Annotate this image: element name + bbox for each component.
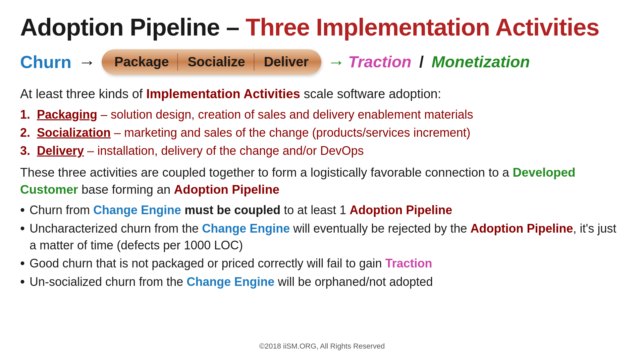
title-part2: Three Implementation Activities <box>246 14 599 41</box>
packaging-desc: – solution design, creation of sales and… <box>97 108 473 121</box>
monetization-word: Monetization <box>432 53 530 71</box>
bullet-3-text: Good churn that is not packaged or price… <box>30 255 432 272</box>
bullet-dot-1: • <box>20 202 25 218</box>
traction-word: Traction <box>348 53 411 71</box>
bullet-dot-3: • <box>20 255 25 271</box>
traction-slash: / <box>415 53 428 71</box>
slide: Adoption Pipeline – Three Implementation… <box>0 0 644 362</box>
change-engine-4: Change Engine <box>186 275 274 289</box>
num-1: 1. <box>20 106 34 123</box>
churn-label: Churn→ <box>20 52 96 72</box>
bullet-4-text: Un-socialized churn from the Change Engi… <box>30 274 433 290</box>
change-engine-2: Change Engine <box>202 222 290 235</box>
bullet-2-text: Uncharacterized churn from the Change En… <box>30 220 624 254</box>
churn-text: Churn <box>20 52 71 72</box>
item-1-content: Packaging – solution design, creation of… <box>37 106 473 123</box>
intro-before: At least three kinds of <box>20 87 146 101</box>
packaging-key: Packaging <box>37 108 97 121</box>
footer-text: ©2018 iiSM.ORG, All Rights Reserved <box>259 342 385 350</box>
bullet-item-3: • Good churn that is not packaged or pri… <box>20 255 624 272</box>
footer: ©2018 iiSM.ORG, All Rights Reserved <box>20 339 624 352</box>
pipeline-capsule: Package Socialize Deliver <box>102 49 321 75</box>
bullet-1-text: Churn from Change Engine must be coupled… <box>30 202 452 219</box>
adoption-pipeline-2: Adoption Pipeline <box>471 222 573 235</box>
item-2-content: Socialization – marketing and sales of t… <box>37 124 471 141</box>
num-3: 3. <box>20 142 34 160</box>
item-3-content: Delivery – installation, delivery of the… <box>37 142 364 160</box>
bullet-dot-4: • <box>20 274 25 290</box>
intro-highlight: Implementation Activities <box>146 87 300 101</box>
adoption-pipeline-1: Adoption Pipeline <box>350 203 452 217</box>
para-text2: base forming an <box>78 183 174 196</box>
capsule-socialize: Socialize <box>178 49 254 75</box>
bullet-item-1: • Churn from Change Engine must be coupl… <box>20 202 624 219</box>
connection-paragraph: These three activities are coupled toget… <box>20 164 624 199</box>
traction-label: → Traction / Monetization <box>327 52 530 72</box>
capsule-wrapper: Package Socialize Deliver <box>102 49 321 75</box>
numbered-list: 1. Packaging – solution design, creation… <box>20 106 624 161</box>
list-item: 3. Delivery – installation, delivery of … <box>20 142 624 160</box>
list-item: 2. Socialization – marketing and sales o… <box>20 124 624 141</box>
title-part1: Adoption Pipeline – <box>20 14 246 41</box>
delivery-key: Delivery <box>37 144 84 158</box>
capsule-deliver: Deliver <box>255 49 318 75</box>
churn-arrow: → <box>78 52 96 72</box>
socialization-key: Socialization <box>37 126 111 139</box>
para-text1: These three activities are coupled toget… <box>20 166 513 179</box>
bullet-list: • Churn from Change Engine must be coupl… <box>20 202 624 290</box>
list-item: 1. Packaging – solution design, creation… <box>20 106 624 123</box>
pipeline-row: Churn→ Package Socialize Deliver → Tract… <box>20 49 624 75</box>
bullet-dot-2: • <box>20 220 25 236</box>
delivery-desc: – installation, delivery of the change a… <box>84 144 364 158</box>
socialization-desc: – marketing and sales of the change (pro… <box>111 126 471 139</box>
traction-3: Traction <box>385 256 432 270</box>
slide-title: Adoption Pipeline – Three Implementation… <box>20 13 624 41</box>
change-engine-1: Change Engine <box>93 203 181 217</box>
adoption-pipeline-para: Adoption Pipeline <box>174 183 279 196</box>
bullet-item-4: • Un-socialized churn from the Change En… <box>20 274 624 290</box>
traction-arrow: → <box>327 52 345 72</box>
capsule-package: Package <box>105 49 178 75</box>
content-area: At least three kinds of Implementation A… <box>20 85 624 339</box>
intro-paragraph: At least three kinds of Implementation A… <box>20 85 624 103</box>
intro-after: scale software adoption: <box>300 87 441 101</box>
num-2: 2. <box>20 124 34 141</box>
bullet-item-2: • Uncharacterized churn from the Change … <box>20 220 624 254</box>
